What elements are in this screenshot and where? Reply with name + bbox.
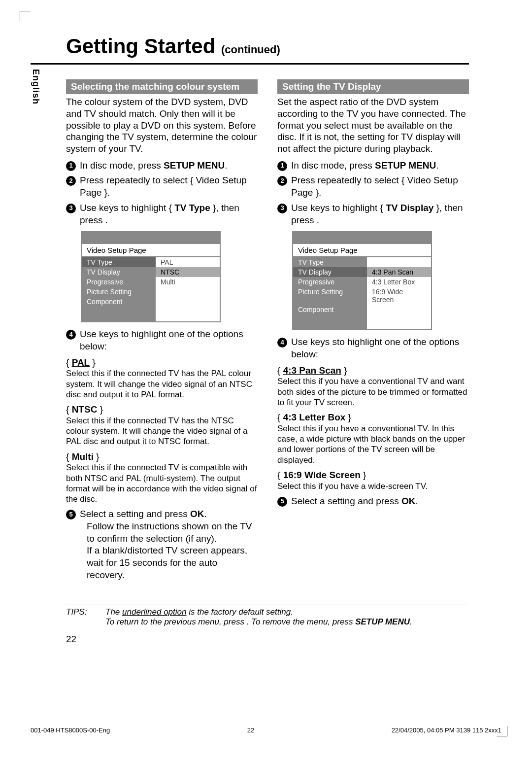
step-2: 2 Press repeatedly to select { Video Set… xyxy=(277,174,469,199)
step-number-icon: 5 xyxy=(277,497,287,507)
option-desc: Select this if the connected TV has the … xyxy=(66,415,258,447)
menu-title: Video Setup Page xyxy=(82,244,220,257)
menu-screenshot-tvdisplay: Video Setup Page TV Type TV Display4:3 P… xyxy=(292,231,432,330)
menu-option: PAL xyxy=(156,257,220,267)
step-text: Use keys to highlight one of the options… xyxy=(80,328,258,352)
tips-box: TIPS: The underlined option is the facto… xyxy=(66,604,469,627)
footer-left: 001-049 HTS8000S-00-Eng xyxy=(31,726,110,734)
footer-center: 22 xyxy=(247,726,254,734)
step-text: Select a setting and press xyxy=(291,496,401,506)
page-title: Getting Started (continued) xyxy=(31,20,469,65)
step-4: 4 Use keys sto highlight one of the opti… xyxy=(277,336,469,360)
step-number-icon: 3 xyxy=(66,204,76,213)
tips-underline: underlined option xyxy=(122,607,186,617)
step-text: Select a setting and press xyxy=(80,509,190,519)
step-follow: If a blank/distorted TV screen appears, … xyxy=(87,545,258,581)
step-5: 5 Select a setting and press OK. Follow … xyxy=(66,508,258,581)
step-text: . xyxy=(436,160,438,171)
step-2: 2 Press repeatedly to select { Video Set… xyxy=(66,174,258,199)
language-tab: English xyxy=(31,69,41,104)
option-label: { PAL } xyxy=(66,357,258,369)
step-number-icon: 2 xyxy=(277,176,287,186)
step-4: 4 Use keys to highlight one of the optio… xyxy=(66,328,258,352)
menu-item: Component xyxy=(82,297,156,307)
step-text: . xyxy=(204,509,206,519)
menu-item: Picture Setting xyxy=(82,287,156,297)
step-text: Use keys to highlight { xyxy=(291,203,386,213)
menu-option: 4:3 Pan Scan xyxy=(367,267,431,277)
menu-title: Video Setup Page xyxy=(293,244,431,257)
step-number-icon: 3 xyxy=(277,204,287,213)
step-number-icon: 1 xyxy=(277,161,287,171)
step-number-icon: 5 xyxy=(66,510,76,519)
step-bold: TV Type xyxy=(174,203,210,213)
option-desc: Select this if the connected TV has the … xyxy=(66,368,258,400)
step-3: 3 Use keys to highlight { TV Type }, the… xyxy=(66,202,258,226)
option-desc: Select this if the connected TV is compa… xyxy=(66,462,258,504)
menu-item: TV Display xyxy=(82,267,156,277)
step-bold: SETUP MENU xyxy=(164,160,225,171)
tips-text: The xyxy=(105,607,122,617)
menu-item: Progressive xyxy=(82,277,156,287)
option-label: { 4:3 Pan Scan } xyxy=(277,365,469,377)
step-text: Press repeatedly to select { Video Setup… xyxy=(80,174,258,199)
step-number-icon: 4 xyxy=(277,338,287,347)
menu-option: 4:3 Letter Box xyxy=(367,277,431,287)
step-bold: OK xyxy=(190,509,204,519)
step-text: Use keys to highlight { xyxy=(80,203,174,213)
step-text: . xyxy=(225,160,227,171)
step-number-icon: 1 xyxy=(66,161,76,171)
menu-item: TV Type xyxy=(293,257,367,267)
menu-option: 16:9 Wide Screen xyxy=(367,287,431,305)
tips-bold: SETUP MENU xyxy=(355,617,410,626)
section-header-colour-system: Selecting the matching colour system xyxy=(66,79,258,94)
title-continued: (continued) xyxy=(221,43,280,56)
crop-mark xyxy=(20,11,30,21)
section-header-tv-display: Setting the TV Display xyxy=(277,79,469,94)
step-follow: Follow the instructions shown on the TV … xyxy=(87,520,258,545)
step-1: 1 In disc mode, press SETUP MENU. xyxy=(66,160,258,172)
menu-item: Progressive xyxy=(293,277,367,287)
tips-text: is the factory default setting. xyxy=(186,607,293,617)
step-text: . xyxy=(415,496,418,506)
option-desc: Select this if you have a conventional T… xyxy=(277,423,469,465)
step-text: In disc mode, press xyxy=(80,160,164,171)
intro-text: Set the aspect ratio of the DVD system a… xyxy=(277,96,469,155)
option-label: { 4:3 Letter Box } xyxy=(277,412,469,423)
step-text: Use keys sto highlight one of the option… xyxy=(291,336,469,360)
step-1: 1 In disc mode, press SETUP MENU. xyxy=(277,160,469,172)
option-label: { Multi } xyxy=(66,451,258,463)
option-desc: Select this if you have a wide-screen TV… xyxy=(277,481,469,491)
footer-right: 22/04/2005, 04:05 PM 3139 115 2xxx1 xyxy=(392,726,501,734)
intro-text: The colour system of the DVD system, DVD… xyxy=(66,96,258,155)
step-bold: TV Display xyxy=(386,203,433,213)
footer: 001-049 HTS8000S-00-Eng 22 22/04/2005, 0… xyxy=(31,726,501,734)
page: English Getting Started (continued) Sele… xyxy=(31,20,469,645)
title-main: Getting Started xyxy=(66,35,215,58)
menu-item: Component xyxy=(293,305,367,314)
right-column: Setting the TV Display Set the aspect ra… xyxy=(277,79,469,584)
tips-text: To return to the previous menu, press . … xyxy=(105,617,355,626)
left-column: Selecting the matching colour system The… xyxy=(66,79,258,584)
step-number-icon: 4 xyxy=(66,330,76,340)
tips-text: . xyxy=(410,617,412,626)
option-label: { 16:9 Wide Screen } xyxy=(277,469,469,481)
option-desc: Select this if you have a conventional T… xyxy=(277,376,469,408)
page-number: 22 xyxy=(66,634,469,645)
menu-item: Picture Setting xyxy=(293,287,367,305)
menu-option: Multi xyxy=(156,277,220,287)
menu-item: TV Display xyxy=(293,267,367,277)
step-bold: SETUP MENU xyxy=(375,160,436,171)
menu-option: NTSC xyxy=(156,267,220,277)
step-5: 5 Select a setting and press OK. xyxy=(277,495,469,508)
option-label: { NTSC } xyxy=(66,404,258,415)
step-text: Press repeatedly to select { Video Setup… xyxy=(291,174,469,199)
step-bold: OK xyxy=(401,496,416,506)
step-text: In disc mode, press xyxy=(291,160,375,171)
step-3: 3 Use keys to highlight { TV Display }, … xyxy=(277,202,469,226)
step-number-icon: 2 xyxy=(66,176,76,186)
menu-item: TV Type xyxy=(82,257,156,267)
menu-screenshot-tvtype: Video Setup Page TV TypePAL TV DisplayNT… xyxy=(81,231,221,322)
tips-label: TIPS: xyxy=(66,607,96,627)
